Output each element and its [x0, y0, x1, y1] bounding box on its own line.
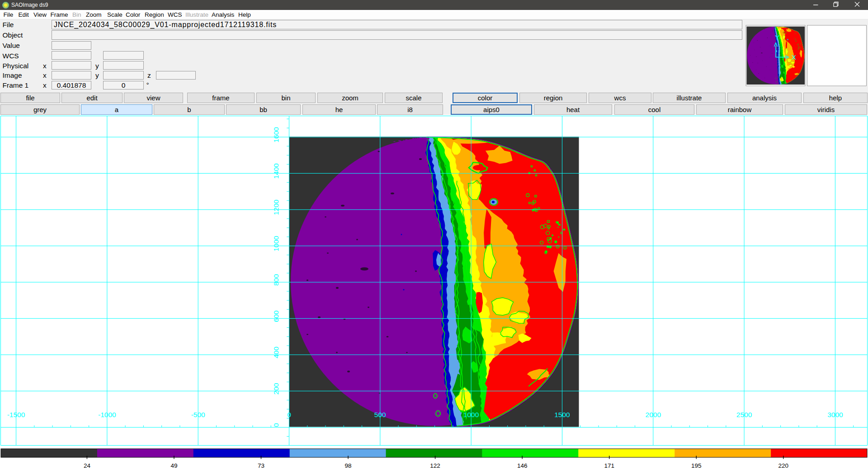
svg-text:122: 122: [430, 462, 440, 469]
svg-text:1600: 1600: [272, 127, 280, 143]
svg-text:0: 0: [287, 411, 291, 418]
svg-text:73: 73: [258, 462, 264, 469]
svg-text:49: 49: [170, 462, 177, 469]
svg-text:195: 195: [691, 462, 702, 469]
svg-text:200: 200: [272, 383, 280, 395]
svg-text:220: 220: [778, 462, 789, 469]
svg-text:1000: 1000: [463, 411, 479, 418]
svg-text:2500: 2500: [736, 411, 752, 418]
svg-text:-1500: -1500: [7, 411, 25, 418]
svg-text:2000: 2000: [646, 411, 661, 418]
svg-text:500: 500: [374, 411, 386, 418]
svg-text:1500: 1500: [554, 411, 570, 418]
svg-text:0: 0: [272, 423, 280, 427]
svg-text:-500: -500: [191, 411, 205, 418]
svg-text:146: 146: [517, 462, 528, 469]
svg-text:171: 171: [604, 462, 614, 469]
svg-text:1400: 1400: [272, 163, 280, 179]
svg-text:400: 400: [272, 347, 280, 358]
svg-text:800: 800: [272, 274, 280, 286]
svg-text:600: 600: [272, 310, 280, 322]
svg-text:98: 98: [345, 462, 352, 469]
svg-text:X: X: [792, 53, 797, 61]
svg-text:-1000: -1000: [98, 411, 116, 418]
svg-text:24: 24: [84, 462, 91, 469]
svg-text:3000: 3000: [827, 411, 843, 418]
svg-text:1200: 1200: [272, 199, 280, 215]
svg-text:1000: 1000: [272, 235, 280, 251]
svg-text:Y: Y: [775, 33, 779, 41]
